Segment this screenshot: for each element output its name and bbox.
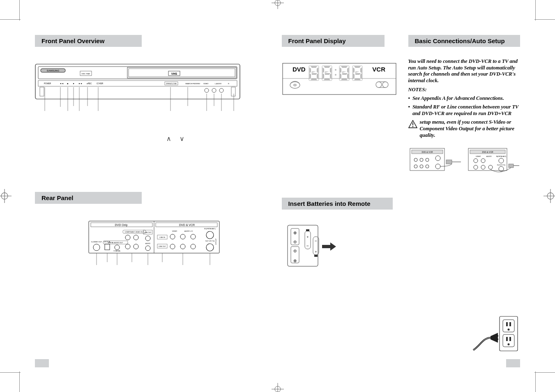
svg-rect-207 bbox=[497, 339, 498, 340]
svg-point-88 bbox=[170, 244, 175, 249]
svg-text:DVD Only: DVD Only bbox=[115, 224, 128, 227]
svg-point-170 bbox=[481, 159, 485, 163]
svg-text:LINE OUT: LINE OUT bbox=[159, 246, 166, 247]
svg-text:+: + bbox=[306, 235, 309, 239]
svg-point-71 bbox=[134, 235, 138, 240]
front-panel-diagram: SAMSUNG DISC TRAY VHS POWER ◄◄ ■ ► ►► ●R… bbox=[35, 62, 274, 117]
front-panel-display-diagram: DVD VCR bbox=[282, 47, 397, 100]
svg-point-0 bbox=[275, 0, 281, 6]
svg-text:COAXIAL: COAXIAL bbox=[113, 250, 121, 252]
svg-point-76 bbox=[145, 236, 150, 241]
svg-point-70 bbox=[125, 235, 130, 240]
svg-marker-121 bbox=[324, 71, 330, 75]
svg-text:SAMSUNG: SAMSUNG bbox=[47, 69, 60, 72]
svg-rect-200 bbox=[509, 322, 511, 326]
svg-marker-112 bbox=[311, 66, 317, 68]
svg-point-156 bbox=[426, 158, 429, 161]
svg-point-86 bbox=[180, 234, 185, 239]
svg-point-145 bbox=[382, 82, 388, 88]
svg-text:L-AUDIO: L-AUDIO bbox=[215, 83, 221, 85]
svg-text:⊖: ⊖ bbox=[293, 240, 297, 244]
svg-point-60 bbox=[93, 244, 100, 251]
svg-text:POWER: POWER bbox=[44, 83, 51, 85]
svg-text:VIDEO: VIDEO bbox=[172, 230, 177, 232]
svg-text:⊕: ⊕ bbox=[293, 258, 297, 263]
svg-marker-118 bbox=[317, 73, 318, 79]
svg-text:SEARCH FWD/REV: SEARCH FWD/REV bbox=[185, 83, 200, 85]
svg-text:DISC TRAY: DISC TRAY bbox=[82, 73, 90, 75]
svg-point-140 bbox=[335, 69, 336, 71]
svg-marker-133 bbox=[354, 66, 361, 68]
bullet-rf-line-lead: •Standard RF or Line connection between … bbox=[408, 104, 520, 117]
svg-text:VHF/UHF: VHF/UHF bbox=[215, 238, 217, 244]
svg-text:IN(FROM ANT): IN(FROM ANT) bbox=[496, 156, 506, 157]
crop-mark-icon bbox=[19, 0, 20, 21]
svg-marker-134 bbox=[354, 78, 361, 80]
svg-text:−: − bbox=[306, 244, 309, 248]
crop-mark-icon bbox=[0, 372, 21, 373]
svg-marker-117 bbox=[309, 73, 311, 79]
svg-point-143 bbox=[294, 84, 296, 86]
svg-point-93 bbox=[206, 244, 214, 251]
svg-rect-40 bbox=[231, 87, 235, 96]
svg-point-38 bbox=[219, 88, 223, 92]
connection-line-diagram-icon: DVD & VCR VIDEO AUDIO IN(FROM ANT) OUT(T… bbox=[467, 146, 520, 181]
svg-text:►: ► bbox=[73, 82, 75, 85]
svg-marker-126 bbox=[341, 66, 348, 68]
svg-text:■: ■ bbox=[67, 82, 68, 85]
svg-text:DIGITAL AUDIO OUT: DIGITAL AUDIO OUT bbox=[108, 242, 123, 244]
registration-mark-right-icon bbox=[543, 189, 555, 203]
svg-point-9 bbox=[547, 193, 554, 199]
svg-text:LINE OUT: LINE OUT bbox=[144, 232, 152, 233]
svg-marker-137 bbox=[360, 67, 362, 73]
crop-mark-icon bbox=[534, 19, 555, 20]
svg-marker-131 bbox=[340, 73, 341, 79]
svg-text:DVD & VCR: DVD & VCR bbox=[179, 224, 195, 226]
registration-mark-top-icon bbox=[272, 0, 284, 9]
svg-point-89 bbox=[180, 244, 185, 249]
svg-text:AUDIO L   R: AUDIO L R bbox=[184, 230, 193, 232]
svg-text:R: R bbox=[228, 83, 229, 85]
display-panel-icon: DVD VCR bbox=[282, 61, 397, 99]
svg-marker-138 bbox=[353, 73, 355, 79]
svg-marker-129 bbox=[340, 67, 341, 73]
crop-mark-icon bbox=[534, 372, 555, 373]
svg-text:COVER: COVER bbox=[97, 83, 104, 85]
svg-point-64 bbox=[115, 245, 120, 250]
crop-mark-icon bbox=[19, 371, 20, 392]
svg-text:VIDEO: VIDEO bbox=[476, 155, 481, 157]
svg-text:DVD & VCR: DVD & VCR bbox=[482, 151, 493, 153]
svg-point-36 bbox=[205, 88, 209, 92]
left-page: Front Panel Overview SAMSUNG DISC TRAY V… bbox=[35, 35, 274, 367]
svg-text:AUDIO: AUDIO bbox=[145, 243, 150, 244]
svg-marker-132 bbox=[347, 73, 349, 79]
svg-marker-124 bbox=[322, 73, 324, 79]
svg-marker-114 bbox=[311, 71, 317, 75]
svg-rect-202 bbox=[506, 337, 508, 341]
svg-point-87 bbox=[191, 234, 196, 239]
svg-marker-120 bbox=[324, 78, 330, 80]
svg-text:◄◄: ◄◄ bbox=[60, 82, 64, 85]
svg-point-150 bbox=[412, 126, 413, 127]
remote-battery-icon: ⊕ ⊖ ⊖ ⊕ + − − + bbox=[284, 222, 338, 275]
svg-point-175 bbox=[499, 158, 504, 163]
heading-front-panel-display: Front Panel Display bbox=[282, 35, 385, 47]
svg-marker-135 bbox=[354, 71, 361, 75]
registration-mark-left-icon bbox=[0, 189, 12, 203]
svg-text:AUDIO: AUDIO bbox=[486, 155, 492, 157]
svg-marker-139 bbox=[360, 73, 362, 79]
svg-point-161 bbox=[435, 164, 440, 169]
remote-battery-diagram: ⊕ ⊖ ⊖ ⊕ + − − + bbox=[282, 210, 520, 277]
connection-diagrams: DVD & VCR DVD & VCR VIDEO bbox=[408, 146, 520, 181]
intro-text: You will need to connect the DVD-VCR to … bbox=[408, 58, 520, 84]
svg-rect-190 bbox=[314, 255, 318, 257]
bullet-appendix: •See Appendix A for Advanced Connections… bbox=[408, 95, 520, 102]
svg-marker-136 bbox=[353, 67, 355, 73]
svg-point-91 bbox=[206, 231, 214, 239]
svg-rect-206 bbox=[497, 335, 498, 337]
svg-point-141 bbox=[335, 74, 336, 76]
svg-rect-162 bbox=[446, 160, 452, 164]
rear-panel-line-art-icon: DVD Only DVD & VCR S-VIDEO OUT OPTICAL C… bbox=[88, 218, 220, 267]
crop-mark-icon bbox=[535, 371, 536, 392]
svg-rect-19 bbox=[129, 69, 235, 77]
